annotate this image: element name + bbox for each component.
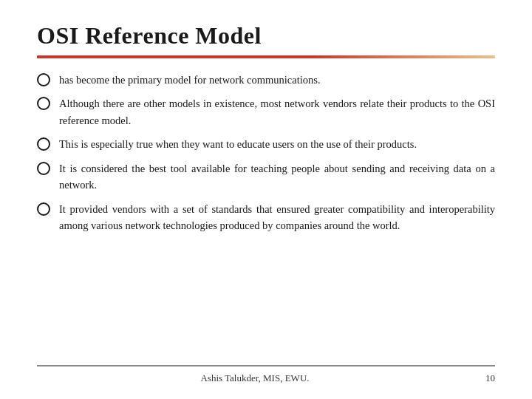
bullet-item-1: has become the primary model for network…	[37, 72, 495, 88]
bullet-marker-4	[37, 162, 50, 175]
bullet-item-4: It is considered the best tool available…	[37, 160, 495, 194]
title-underline	[37, 55, 495, 58]
slide: OSI Reference Model has become the prima…	[0, 0, 532, 399]
bullet-item-3: This is especially true when they want t…	[37, 136, 495, 152]
bullet-text-4: It is considered the best tool available…	[59, 160, 495, 194]
bullet-item-2: Although there are other models in exist…	[37, 95, 495, 129]
bullet-text-5: It provided vendors with a set of standa…	[59, 201, 495, 234]
slide-title: OSI Reference Model	[37, 22, 495, 50]
bullet-text-3: This is especially true when they want t…	[59, 136, 495, 152]
footer-page-number: 10	[473, 372, 495, 384]
bullet-marker-3	[37, 137, 50, 151]
footer-citation: Ashis Talukder, MIS, EWU.	[37, 372, 473, 384]
bullet-text-2: Although there are other models in exist…	[59, 95, 495, 129]
content-area: has become the primary model for network…	[37, 72, 495, 365]
bullet-marker-5	[37, 202, 50, 216]
bullet-marker-2	[37, 97, 50, 110]
bullet-marker-1	[37, 73, 50, 86]
bullet-text-1: has become the primary model for network…	[59, 72, 495, 88]
bullet-item-5: It provided vendors with a set of standa…	[37, 201, 495, 234]
footer: Ashis Talukder, MIS, EWU. 10	[37, 365, 495, 384]
